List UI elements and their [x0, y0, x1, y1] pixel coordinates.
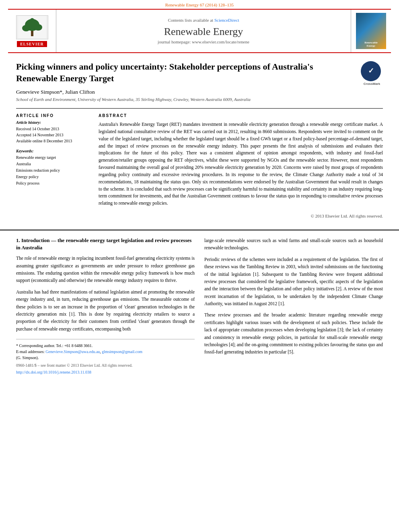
keyword-5: Policy process: [16, 180, 90, 187]
article-title: Picking winners and policy uncertainty: …: [16, 61, 383, 84]
journal-homepage: journal homepage: www.elsevier.com/locat…: [158, 39, 249, 44]
keyword-3: Emissions reduction policy: [16, 167, 90, 174]
history-label: Article history:: [16, 120, 90, 125]
doi-line: http://dx.doi.org/10.1016/j.renene.2013.…: [16, 370, 195, 374]
sciencedirect-line: Contents lists available at ScienceDirec…: [168, 18, 239, 23]
article-body: ARTICLE INFO Article history: Received 1…: [16, 108, 383, 218]
journal-cover-image: RenewableEnergy: [356, 13, 386, 49]
email-line: E-mail addresses: Genevieve.Simpson@uwa.…: [16, 349, 195, 355]
intro-para-1: The role of renewable energy in replacin…: [16, 255, 195, 284]
journal-citation: Renewable Energy 67 (2014) 128–135: [165, 2, 234, 7]
left-column: 1. Introduction — the renewable energy t…: [16, 237, 195, 374]
affiliation: School of Earth and Environment, Univers…: [16, 97, 383, 102]
accepted-date: Accepted 14 November 2013: [16, 132, 90, 138]
keyword-4: Energy policy: [16, 174, 90, 180]
elsevier-label: ELSEVIER: [17, 41, 47, 47]
keywords-section: Keywords: Renewable energy target Austra…: [16, 149, 90, 187]
article-history: Article history: Received 14 October 201…: [16, 120, 90, 144]
article-info-title: ARTICLE INFO: [16, 113, 90, 118]
keyword-1: Renewable energy target: [16, 154, 90, 161]
journal-title: Renewable Energy: [164, 26, 243, 38]
authors: Genevieve Simpson*, Julian Clifton: [16, 89, 383, 95]
svg-rect-1: [31, 30, 33, 36]
footnote-section: * Corresponding author. Tel.: +61 8 6488…: [16, 339, 195, 374]
abstract-section: ABSTRACT Australia's Renewable Energy Ta…: [99, 113, 383, 218]
issn-line: 0960-1481/$ – see front matter © 2013 El…: [16, 363, 195, 368]
svg-point-5: [30, 18, 34, 22]
keyword-2: Australia: [16, 161, 90, 167]
name-note: (G. Simpson).: [16, 355, 195, 361]
article-info: ARTICLE INFO Article history: Received 1…: [16, 113, 90, 218]
right-para-3: These review processes and the broader a…: [204, 311, 383, 355]
corresponding-author-note: * Corresponding author. Tel.: +61 8 6488…: [16, 343, 195, 349]
abstract-title: ABSTRACT: [99, 113, 383, 118]
elsevier-logo: ELSEVIER: [16, 15, 48, 47]
crossmark-badge: ✓ CrossMark: [361, 61, 383, 83]
journal-cover: RenewableEnergy: [351, 10, 391, 52]
intro-para-2: Australia has had three manifestations o…: [16, 288, 195, 333]
doi-link[interactable]: http://dx.doi.org/10.1016/j.renene.2013.…: [16, 370, 91, 374]
two-column-layout: 1. Introduction — the renewable energy t…: [16, 237, 383, 374]
crossmark-icon: ✓: [361, 61, 381, 81]
abstract-text: Australia's Renewable Energy Target (RET…: [99, 121, 383, 207]
received-date: Received 14 October 2013: [16, 126, 90, 132]
copyright: © 2013 Elsevier Ltd. All rights reserved…: [99, 211, 383, 218]
right-para-1: large-scale renewable sources such as wi…: [204, 237, 383, 252]
article-content: 1. Introduction — the renewable energy t…: [0, 230, 399, 381]
article-main: Picking winners and policy uncertainty: …: [0, 53, 399, 226]
publisher-logo-area: ELSEVIER: [8, 10, 56, 52]
journal-header-center: Contents lists available at ScienceDirec…: [56, 10, 351, 52]
email-2[interactable]: glmsimpson@gmail.com: [102, 349, 142, 354]
email-1[interactable]: Genevieve.Simpson@uwa.edu.au: [45, 349, 100, 354]
journal-header: ELSEVIER Contents lists available at Sci…: [8, 9, 391, 53]
right-para-2: Periodic reviews of the schemes were inc…: [204, 256, 383, 308]
right-column: large-scale renewable sources such as wi…: [204, 237, 383, 374]
available-date: Available online 8 December 2013: [16, 138, 90, 144]
top-bar: Renewable Energy 67 (2014) 128–135: [0, 0, 399, 9]
svg-point-4: [34, 24, 42, 31]
section-1-heading: 1. Introduction — the renewable energy t…: [16, 237, 195, 251]
sciencedirect-link[interactable]: ScienceDirect: [214, 18, 239, 23]
elsevier-tree-logo: [16, 15, 48, 39]
svg-point-3: [22, 25, 30, 31]
keywords-label: Keywords:: [16, 149, 90, 153]
